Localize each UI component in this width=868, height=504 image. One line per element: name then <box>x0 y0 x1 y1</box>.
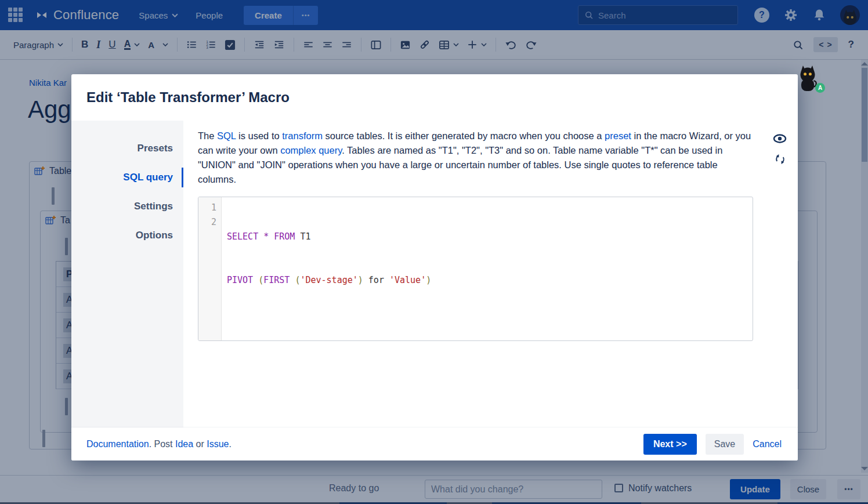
refresh-icon <box>774 153 786 165</box>
refresh-button[interactable] <box>774 153 786 165</box>
tab-settings[interactable]: Settings <box>71 192 183 221</box>
link-preset[interactable]: preset <box>605 130 631 141</box>
presence-badge: A <box>815 83 825 93</box>
dialog-title: Edit ‘Table Transformer’ Macro <box>71 74 798 106</box>
link-documentation[interactable]: Documentation <box>86 439 149 449</box>
sql-description: The SQL is used to transform source tabl… <box>198 129 753 187</box>
link-idea[interactable]: Idea <box>175 439 193 449</box>
next-button[interactable]: Next >> <box>643 434 697 455</box>
tab-options[interactable]: Options <box>71 221 183 250</box>
link-transform[interactable]: transform <box>282 130 323 141</box>
dialog-footer: Documentation. Post Idea or Issue. Next … <box>71 427 798 461</box>
macro-edit-dialog: Edit ‘Table Transformer’ Macro Presets S… <box>71 74 798 461</box>
code-line: PIVOT (FIRST ('Dev-stage') for 'Value') <box>227 273 753 288</box>
code-line: SELECT * FROM T1 <box>227 230 753 244</box>
dialog-sidebar: Presets SQL query Settings Options <box>71 121 183 427</box>
sql-code-text[interactable]: SELECT * FROM T1 PIVOT (FIRST ('Dev-stag… <box>222 197 753 340</box>
line-number-gutter: 1 2 <box>198 197 222 340</box>
dialog-content: The SQL is used to transform source tabl… <box>183 121 798 427</box>
link-sql[interactable]: SQL <box>217 130 236 141</box>
sql-code-editor[interactable]: 1 2 SELECT * FROM T1 PIVOT (FIRST ('Dev-… <box>198 197 753 341</box>
dialog-side-actions <box>769 134 790 165</box>
collaborator-avatar: A <box>797 64 823 94</box>
footer-links: Documentation. Post Idea or Issue. <box>86 439 232 449</box>
link-complex-query[interactable]: complex query <box>280 145 342 155</box>
eye-icon <box>773 134 787 143</box>
link-issue[interactable]: Issue <box>207 439 229 449</box>
preview-button[interactable] <box>773 134 787 143</box>
tab-sql-query[interactable]: SQL query <box>71 163 183 192</box>
save-button[interactable]: Save <box>706 434 744 455</box>
cancel-button[interactable]: Cancel <box>753 439 782 449</box>
tab-presets[interactable]: Presets <box>71 134 183 163</box>
